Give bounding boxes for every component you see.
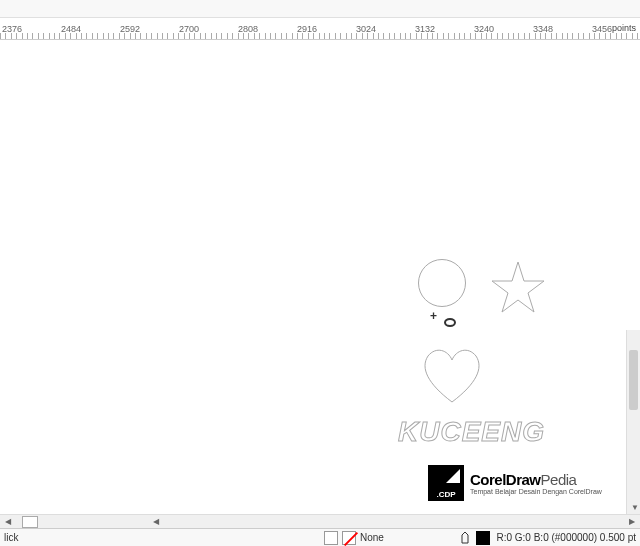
- outline-text[interactable]: KUCEENG: [398, 416, 545, 448]
- ruler-mark: 3132: [415, 24, 435, 34]
- ruler-mark: 3348: [533, 24, 553, 34]
- scroll-down-icon[interactable]: ▼: [627, 500, 640, 514]
- logo-title: CorelDrawPedia: [470, 471, 602, 488]
- ruler-horizontal[interactable]: points 237624842592270028082916302431323…: [0, 18, 640, 40]
- logo-subtitle: Tempat Belajar Desain Dengan CorelDraw: [470, 488, 602, 495]
- ruler-mark: 3240: [474, 24, 494, 34]
- ruler-mark: 3024: [356, 24, 376, 34]
- outline-swatch-icon[interactable]: [476, 531, 490, 545]
- scrollbar-vertical[interactable]: ▼: [626, 330, 640, 514]
- heart-shape[interactable]: [418, 346, 486, 406]
- status-hint: lick: [4, 532, 18, 543]
- ruler-mark: 2592: [120, 24, 140, 34]
- cursor-crosshair: +: [430, 309, 437, 323]
- canvas-area[interactable]: + KUCEENG .CDP CorelDrawPedia Tempat Bel…: [0, 40, 640, 514]
- ruler-mark: 3456: [592, 24, 612, 34]
- logo-square-text: .CDP: [436, 490, 455, 499]
- logo-square-icon: .CDP: [428, 465, 464, 501]
- circle-shape[interactable]: [418, 259, 466, 307]
- pen-icon: [460, 531, 470, 545]
- scrollbar-horizontal[interactable]: ◀ ◀ ▶: [0, 514, 640, 528]
- page-indicator[interactable]: [22, 516, 38, 528]
- scroll-left-icon[interactable]: ◀: [0, 515, 16, 529]
- ruler-mark: 2700: [179, 24, 199, 34]
- toolbar-top: [0, 0, 640, 18]
- scroll-right-icon[interactable]: ▶: [624, 515, 640, 529]
- ruler-mark: 2808: [238, 24, 258, 34]
- star-shape[interactable]: [488, 258, 548, 318]
- scrollbar-vertical-thumb[interactable]: [629, 350, 638, 410]
- ruler-mark: 2916: [297, 24, 317, 34]
- ruler-unit-label: points: [612, 23, 636, 33]
- fill-label: None: [360, 532, 384, 543]
- canvas[interactable]: + KUCEENG .CDP CorelDrawPedia Tempat Bel…: [0, 40, 640, 514]
- status-bar: lick None R:0 G:0 B:0 (#000000) 0.500 pt: [0, 528, 640, 546]
- watermark-logo: .CDP CorelDrawPedia Tempat Belajar Desai…: [428, 465, 602, 501]
- scroll-left-track-icon[interactable]: ◀: [148, 515, 164, 529]
- scrollbar-horizontal-track[interactable]: [168, 517, 620, 527]
- ruler-mark: 2484: [61, 24, 81, 34]
- small-oval-shape[interactable]: [444, 318, 456, 327]
- ruler-mark: 2376: [2, 24, 22, 34]
- nofill-swatch-icon[interactable]: [342, 531, 356, 545]
- fill-swatch-icon[interactable]: [324, 531, 338, 545]
- color-readout: R:0 G:0 B:0 (#000000) 0.500 pt: [496, 532, 636, 543]
